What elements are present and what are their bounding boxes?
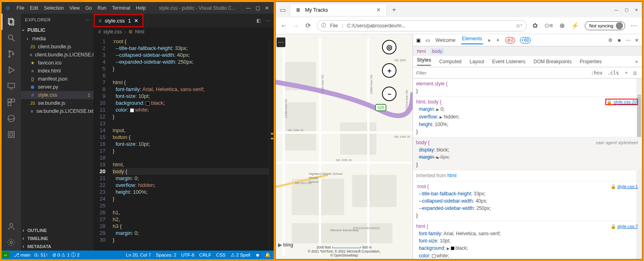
search-icon[interactable] <box>2 30 21 46</box>
minimap[interactable] <box>269 36 274 251</box>
breadcrumb[interactable]: # style.css › ⚙ html <box>93 27 274 36</box>
dom-breadcrumb[interactable]: html body <box>413 46 642 56</box>
live-preview-icon[interactable] <box>2 126 21 143</box>
accounts-icon[interactable] <box>2 218 21 234</box>
zoom-in-icon[interactable]: ＋ <box>382 63 396 78</box>
indent[interactable]: Spaces: 2 <box>156 253 176 257</box>
section-timeline[interactable]: TIMELINE <box>21 234 93 242</box>
settings-more-icon[interactable]: ⋯ <box>631 22 637 29</box>
minimize-icon[interactable]: — <box>246 5 251 11</box>
devtools-close-icon[interactable]: ✕ <box>635 37 639 43</box>
browser-tab[interactable]: 🗎 My Tracks ✕ <box>290 4 387 16</box>
css-rule[interactable]: element.style {} <box>413 79 642 97</box>
event-listeners-tab[interactable]: Event Listeners <box>492 59 526 64</box>
section-metadata[interactable]: METADATA <box>21 242 93 251</box>
menu-file[interactable]: File <box>17 5 24 11</box>
menu-terminal[interactable]: Terminal <box>112 5 130 11</box>
file-style.css[interactable]: #style.css1 <box>21 91 93 99</box>
device-icon[interactable]: ▭ <box>425 37 430 43</box>
problems[interactable]: ⊘ 0 ⚠ 1 ⓘ 2 <box>52 252 80 258</box>
browser-tabstrip[interactable]: ▭ 🗎 My Tracks ✕ ＋ — ▢ ✕ <box>276 2 642 17</box>
map-view[interactable]: 520 140th Ave NE 148th Ave NE 134th Ave … <box>276 34 413 259</box>
editor-more-icon[interactable]: ··· <box>266 18 270 23</box>
file-index.html[interactable]: ≡index.html <box>21 67 93 75</box>
file-favicon.ico[interactable]: ★favicon.ico <box>21 59 93 67</box>
menu-view[interactable]: View <box>69 5 80 11</box>
reload-icon[interactable]: ⟳ <box>305 22 311 29</box>
section-outline[interactable]: OUTLINE <box>21 226 93 234</box>
styles-pane[interactable]: element.style {}🔒 style.css:20html, body… <box>413 79 642 259</box>
file-client.bundle.js.LICENSE.txt[interactable]: ≡client.bundle.js.LICENSE.txt <box>21 51 93 59</box>
toggle-pane-icon[interactable]: ◫ <box>631 70 639 76</box>
encoding[interactable]: UTF-8 <box>181 253 194 257</box>
editor-tab[interactable]: # style.css 1 ✕ <box>94 14 143 27</box>
cls-toggle[interactable]: .cls <box>605 70 621 76</box>
file-sw.bundle.js[interactable]: JSsw.bundle.js <box>21 99 93 107</box>
filter-input[interactable] <box>416 70 588 75</box>
eol[interactable]: CRLF <box>199 253 211 257</box>
address-bar[interactable]: ⓘ File | C:/Users/pabrosse/dev/m... ✩⁺ <box>317 20 527 31</box>
file-media[interactable]: media <box>21 35 93 43</box>
status-bar[interactable]: ›‹ ⎇ main 0↓ 51↑ ⊘ 0 ⚠ 1 ⓘ 2 Ln 20, Col … <box>2 251 274 259</box>
file-server.py[interactable]: ⬣server.py <box>21 83 93 91</box>
tab-close-icon[interactable]: ✕ <box>134 18 138 24</box>
menu-selection[interactable]: Selection <box>44 5 64 11</box>
zoom-out-icon[interactable]: － <box>382 87 396 101</box>
map-sidebar-icon[interactable]: ⋯ <box>277 37 285 47</box>
css-rule[interactable]: Inherited from html <box>413 170 642 181</box>
settings-gear-icon[interactable] <box>2 234 21 251</box>
profile-sync[interactable]: Not syncing <box>585 21 625 30</box>
properties-tab[interactable]: Properties <box>580 59 602 64</box>
menu-go[interactable]: Go <box>85 5 92 11</box>
edge-icon[interactable] <box>2 110 21 126</box>
more-tabs-icon[interactable]: » <box>488 37 491 43</box>
remote-explorer-icon[interactable] <box>2 78 21 94</box>
run-debug-icon[interactable] <box>2 62 21 78</box>
new-tab-icon[interactable]: ＋ <box>391 6 397 14</box>
styles-tab[interactable]: Styles <box>417 57 431 66</box>
feedback-icon[interactable]: ☻ <box>255 253 260 257</box>
close-icon[interactable]: ✕ <box>635 8 638 12</box>
devtools-settings-icon[interactable]: ⚙ <box>608 37 613 43</box>
minimize-icon[interactable]: — <box>614 8 618 12</box>
css-rule[interactable]: 🔒 style.css:20html, body { margin: ▶ 0; … <box>413 97 642 137</box>
vscode-menubar[interactable]: FileEditSelectionViewGoRunTerminalHelp <box>14 5 149 11</box>
git-sync[interactable]: 0↓ 51↑ <box>35 253 48 257</box>
favorite-icon[interactable]: ✩⁺ <box>516 23 522 29</box>
menu-edit[interactable]: Edit <box>30 5 38 11</box>
close-icon[interactable]: ✕ <box>265 5 269 11</box>
feedback-icon[interactable]: ☻ <box>617 37 622 43</box>
locate-icon[interactable]: ◎ <box>382 40 396 54</box>
site-info-icon[interactable]: ⓘ <box>321 22 326 29</box>
more-panes-icon[interactable]: » <box>635 59 638 64</box>
folder-root[interactable]: PUBLIC <box>21 26 93 35</box>
lang-mode[interactable]: CSS <box>216 253 226 257</box>
remote-icon[interactable]: ›‹ <box>2 252 10 258</box>
devtools-tab-welcome[interactable]: Welcome <box>435 37 456 43</box>
code-editor[interactable]: 1234567891011121314151617181920212223242… <box>93 36 274 251</box>
add-icon[interactable]: ＋ <box>495 37 500 44</box>
css-rule[interactable]: 🔒 style.css:1:root { --title-bar-fallbac… <box>413 181 642 221</box>
extension-icon[interactable]: ✿ <box>533 22 538 29</box>
performance-icon[interactable]: ⚡ <box>571 22 579 29</box>
inspect-icon[interactable]: ▣ <box>416 37 421 43</box>
split-editor-icon[interactable]: ◧ <box>256 18 261 23</box>
dom-breakpoints-tab[interactable]: DOM Breakpoints <box>533 59 572 64</box>
tab-close-icon[interactable]: ✕ <box>376 7 381 13</box>
file-client.bundle.js[interactable]: JSclient.bundle.js <box>21 43 93 51</box>
back-icon[interactable]: ← <box>281 22 287 29</box>
explorer-more-icon[interactable]: ··· <box>85 17 89 22</box>
git-branch[interactable]: ⎇ main <box>14 252 31 258</box>
vscode-titlebar[interactable]: ⧉ FileEditSelectionViewGoRunTerminalHelp… <box>2 2 274 14</box>
file-manifest.json[interactable]: {}manifest.json <box>21 75 93 83</box>
computed-tab[interactable]: Computed <box>439 59 461 64</box>
file-sw.bundle.js.LICENSE.txt[interactable]: ≡sw.bundle.js.LICENSE.txt <box>21 107 93 115</box>
devtools-more-icon[interactable]: ⋯ <box>626 37 631 43</box>
extensions-icon[interactable] <box>2 94 21 110</box>
new-rule-icon[interactable]: ＋ <box>621 69 631 76</box>
tab-actions-icon[interactable]: ▭ <box>280 6 286 14</box>
layout-tab[interactable]: Layout <box>470 59 484 64</box>
info-count[interactable]: • 60 <box>520 37 531 44</box>
css-rule[interactable]: user agent stylesheetbody { display: blo… <box>413 137 642 170</box>
spell[interactable]: ⚠ 2 Spell <box>231 252 250 258</box>
